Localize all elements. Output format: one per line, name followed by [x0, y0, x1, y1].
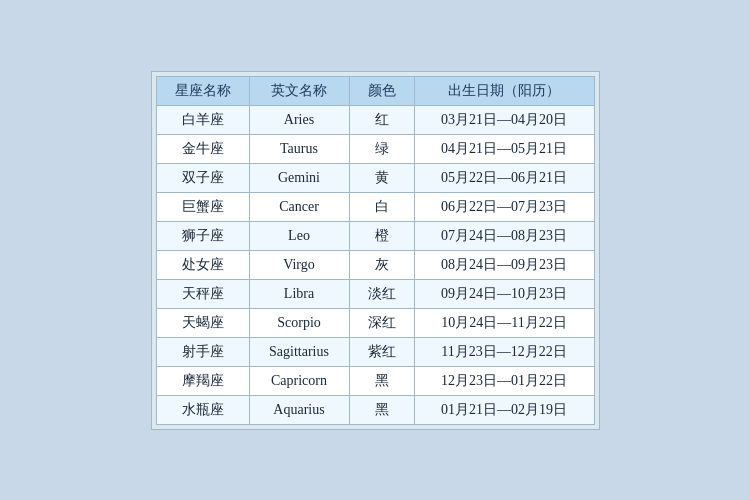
cell-color: 黑: [349, 366, 414, 395]
cell-color: 橙: [349, 221, 414, 250]
cell-english: Taurus: [249, 134, 349, 163]
cell-english: Aries: [249, 105, 349, 134]
table-row: 巨蟹座Cancer白06月22日—07月23日: [156, 192, 594, 221]
cell-date: 09月24日—10月23日: [414, 279, 594, 308]
cell-english: Cancer: [249, 192, 349, 221]
cell-color: 淡红: [349, 279, 414, 308]
cell-color: 白: [349, 192, 414, 221]
cell-color: 红: [349, 105, 414, 134]
cell-color: 黄: [349, 163, 414, 192]
table-row: 双子座Gemini黄05月22日—06月21日: [156, 163, 594, 192]
cell-color: 黑: [349, 395, 414, 424]
zodiac-table: 星座名称 英文名称 颜色 出生日期（阳历） 白羊座Aries红03月21日—04…: [156, 76, 595, 425]
cell-chinese: 巨蟹座: [156, 192, 249, 221]
cell-date: 03月21日—04月20日: [414, 105, 594, 134]
cell-chinese: 金牛座: [156, 134, 249, 163]
cell-chinese: 处女座: [156, 250, 249, 279]
cell-chinese: 水瓶座: [156, 395, 249, 424]
cell-color: 灰: [349, 250, 414, 279]
cell-date: 06月22日—07月23日: [414, 192, 594, 221]
cell-english: Aquarius: [249, 395, 349, 424]
cell-date: 05月22日—06月21日: [414, 163, 594, 192]
cell-chinese: 天秤座: [156, 279, 249, 308]
table-row: 射手座Sagittarius紫红11月23日—12月22日: [156, 337, 594, 366]
header-birth-date: 出生日期（阳历）: [414, 76, 594, 105]
cell-color: 深红: [349, 308, 414, 337]
header-color: 颜色: [349, 76, 414, 105]
cell-chinese: 双子座: [156, 163, 249, 192]
header-chinese-name: 星座名称: [156, 76, 249, 105]
table-row: 处女座Virgo灰08月24日—09月23日: [156, 250, 594, 279]
cell-chinese: 射手座: [156, 337, 249, 366]
cell-english: Sagittarius: [249, 337, 349, 366]
cell-date: 07月24日—08月23日: [414, 221, 594, 250]
table-row: 天秤座Libra淡红09月24日—10月23日: [156, 279, 594, 308]
cell-english: Leo: [249, 221, 349, 250]
table-row: 天蝎座Scorpio深红10月24日—11月22日: [156, 308, 594, 337]
table-row: 白羊座Aries红03月21日—04月20日: [156, 105, 594, 134]
cell-english: Libra: [249, 279, 349, 308]
cell-english: Scorpio: [249, 308, 349, 337]
cell-english: Virgo: [249, 250, 349, 279]
table-header-row: 星座名称 英文名称 颜色 出生日期（阳历）: [156, 76, 594, 105]
cell-chinese: 狮子座: [156, 221, 249, 250]
cell-chinese: 白羊座: [156, 105, 249, 134]
table-row: 狮子座Leo橙07月24日—08月23日: [156, 221, 594, 250]
cell-date: 04月21日—05月21日: [414, 134, 594, 163]
table-row: 金牛座Taurus绿04月21日—05月21日: [156, 134, 594, 163]
cell-date: 12月23日—01月22日: [414, 366, 594, 395]
cell-english: Gemini: [249, 163, 349, 192]
cell-chinese: 摩羯座: [156, 366, 249, 395]
table-row: 摩羯座Capricorn黑12月23日—01月22日: [156, 366, 594, 395]
cell-date: 11月23日—12月22日: [414, 337, 594, 366]
cell-date: 08月24日—09月23日: [414, 250, 594, 279]
cell-date: 10月24日—11月22日: [414, 308, 594, 337]
cell-english: Capricorn: [249, 366, 349, 395]
table-row: 水瓶座Aquarius黑01月21日—02月19日: [156, 395, 594, 424]
cell-chinese: 天蝎座: [156, 308, 249, 337]
header-english-name: 英文名称: [249, 76, 349, 105]
cell-color: 紫红: [349, 337, 414, 366]
cell-color: 绿: [349, 134, 414, 163]
cell-date: 01月21日—02月19日: [414, 395, 594, 424]
table-container: 星座名称 英文名称 颜色 出生日期（阳历） 白羊座Aries红03月21日—04…: [151, 71, 600, 430]
